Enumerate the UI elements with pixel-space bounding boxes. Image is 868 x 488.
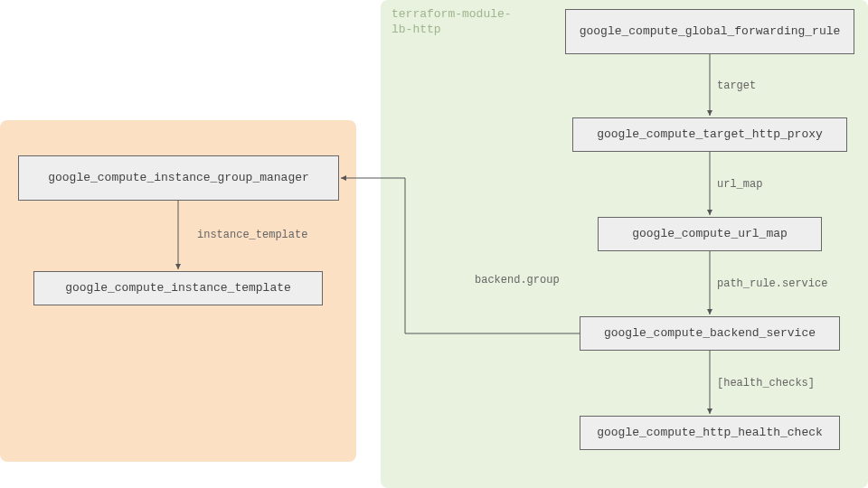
node-instance-group-manager: google_compute_instance_group_manager: [18, 155, 339, 201]
edge-label-url-map: url_map: [717, 178, 762, 191]
edge-label-health-checks: [health_checks]: [717, 377, 815, 389]
edge-label-path-rule-service: path_rule.service: [717, 277, 827, 290]
node-target-http-proxy-label: google_compute_target_http_proxy: [597, 127, 823, 143]
group-green-label: terraform-module- lb-http: [392, 7, 512, 38]
node-forwarding-rule-label: google_compute_global_forwarding_rule: [580, 24, 841, 40]
node-http-health-check: google_compute_http_health_check: [580, 416, 840, 450]
node-url-map-label: google_compute_url_map: [632, 227, 788, 242]
node-backend-service: google_compute_backend_service: [580, 316, 840, 351]
edge-label-backend-group: backend.group: [475, 274, 560, 286]
node-instance-template-label: google_compute_instance_template: [65, 281, 291, 296]
node-url-map: google_compute_url_map: [598, 217, 822, 251]
edge-label-target: target: [717, 80, 756, 92]
node-forwarding-rule: google_compute_global_forwarding_rule: [565, 9, 854, 54]
node-instance-template: google_compute_instance_template: [33, 271, 323, 305]
node-target-http-proxy: google_compute_target_http_proxy: [572, 117, 847, 152]
edge-label-instance-template: instance_template: [197, 229, 307, 241]
node-http-health-check-label: google_compute_http_health_check: [597, 426, 823, 441]
node-backend-service-label: google_compute_backend_service: [604, 326, 816, 342]
node-instance-group-manager-label: google_compute_instance_group_manager: [48, 171, 309, 186]
